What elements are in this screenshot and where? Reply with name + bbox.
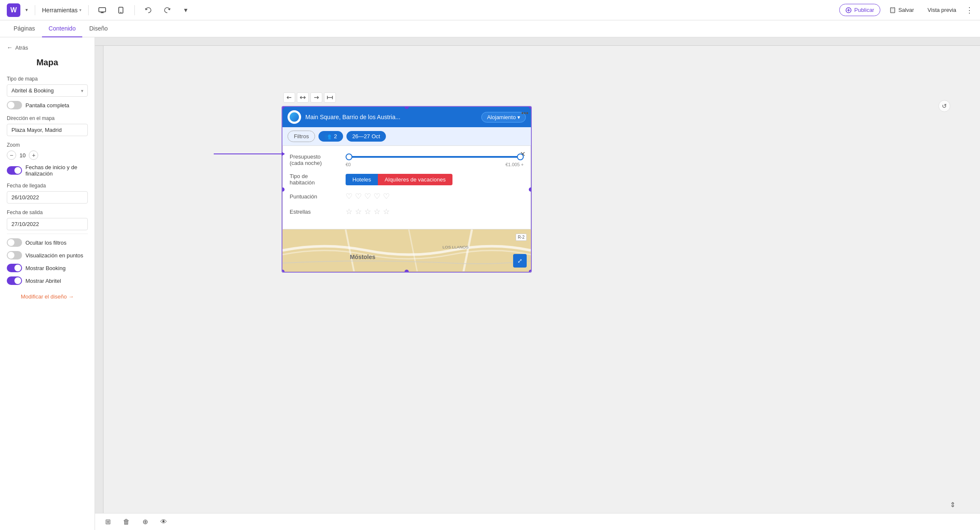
zoom-increase-button[interactable]: + [29,151,38,160]
back-arrow-icon: ← [7,44,13,51]
alquileres-label: Alquileres de vacaciones [385,176,446,183]
heart-2[interactable]: ♡ [355,192,362,201]
align-center-button[interactable] [297,92,309,103]
price-range-thumb-left[interactable] [346,153,352,160]
widget-header: Main Square, Barrio de los Austria... Al… [282,107,531,127]
adjust-icon[interactable]: ⇕ [950,501,955,509]
topbar: W ▾ Herramientas ▾ ▾ Publicar Salvar Vis… [0,0,980,20]
widget-type-button[interactable]: Alojamiento ▾ [481,112,526,123]
back-button[interactable]: ← Atrás [7,44,88,51]
star-5[interactable]: ☆ [383,207,390,216]
preview-button[interactable]: Vista previa [923,4,960,16]
widget-logo [288,110,301,124]
visualizacion-toggle[interactable] [7,251,22,259]
layers-button[interactable]: ⊕ [139,516,151,528]
svg-rect-0 [99,8,106,12]
ocultar-filtros-row: Ocultar los filtros [7,238,88,247]
hoteles-button[interactable]: Hoteles [346,174,378,185]
fechas-toggle[interactable] [7,166,22,175]
handle-bottom-right[interactable] [529,270,532,273]
redo-button[interactable] [160,3,174,17]
fecha-salida-input[interactable] [7,218,88,230]
handle-top-right[interactable] [529,106,532,109]
alquileres-button[interactable]: Alquileres de vacaciones [378,174,452,185]
align-stretch-button[interactable] [324,92,336,103]
map-fullscreen-button[interactable]: ⤢ [513,254,527,268]
publish-button[interactable]: Publicar [839,4,880,16]
map-zoom-indicator: R-2 [516,234,527,241]
undo-button[interactable] [142,3,155,17]
fechas-label: Fechas de inicio y de finalización [25,164,88,177]
arrow-line [214,153,282,154]
canvas: ↺ [95,37,980,530]
mostrar-booking-label: Mostrar Booking [25,265,66,271]
filtros-button[interactable]: Filtros [288,131,315,142]
tipo-habitacion-label: Tipo de habitación [290,173,341,186]
visualizacion-row: Visualización en puntos [7,251,88,259]
widget-filter-bar: Filtros 👥 2 26—27 Oct [282,127,531,145]
star-3[interactable]: ☆ [364,207,371,216]
guests-count: 2 [334,133,337,139]
save-button[interactable]: Salvar [885,4,918,16]
history-more-button[interactable]: ▾ [179,3,193,17]
modify-design-link[interactable]: Modificar el diseño → [7,293,88,300]
align-left-button[interactable] [283,92,295,103]
star-4[interactable]: ☆ [374,207,380,216]
fecha-llegada-input[interactable] [7,191,88,204]
fechas-row: Fechas de inicio y de finalización [7,164,88,177]
heart-1[interactable]: ♡ [346,192,352,201]
room-type-wrap: Hoteles Alquileres de vacaciones [346,174,524,185]
zoom-row: − 10 + [7,151,88,160]
widget-logo-inner [289,112,300,123]
heart-5[interactable]: ♡ [383,192,390,201]
estrellas-label: Estrellas [290,209,341,215]
direccion-input[interactable] [7,124,88,136]
star-1[interactable]: ☆ [346,207,352,216]
copy-button[interactable]: ⊞ [102,516,114,528]
mobile-icon[interactable] [114,3,128,17]
widget-more-button[interactable]: ••• [521,109,528,117]
pantalla-completa-row: Pantalla completa [7,101,88,109]
estrellas-row: Estrellas ☆ ☆ ☆ ☆ ☆ [290,207,524,216]
pantalla-completa-toggle[interactable] [7,101,22,109]
ocultar-filtros-toggle[interactable] [7,238,22,247]
handle-bottom-left[interactable] [282,270,285,273]
topbar-more-button[interactable]: ⋮ [966,6,973,15]
desktop-icon[interactable] [95,3,109,17]
heart-3[interactable]: ♡ [364,192,371,201]
mostrar-abritel-row: Mostrar Abritel [7,276,88,285]
heart-4[interactable]: ♡ [374,192,380,201]
modify-label: Modificar el diseño → [21,293,74,300]
mostrar-abritel-toggle[interactable] [7,276,22,285]
logo-chevron[interactable]: ▾ [25,7,28,13]
logo-button[interactable]: W [7,3,20,17]
delete-button[interactable]: 🗑 [120,516,132,528]
align-right-button[interactable] [310,92,322,103]
price-range-wrap [346,153,524,161]
price-range-labels: €0 €1.005 + [346,162,524,167]
svg-text:Móstoles: Móstoles [350,254,375,260]
guests-button[interactable]: 👥 2 [318,131,343,142]
divider [7,234,88,234]
herramientas-chevron: ▾ [79,8,81,12]
svg-point-4 [120,12,121,13]
herramientas-menu[interactable]: Herramientas ▾ [42,7,81,14]
price-range-thumb-right[interactable] [517,153,524,160]
star-2[interactable]: ☆ [355,207,362,216]
handle-bottom-mid[interactable] [405,270,409,273]
tab-paginas[interactable]: Páginas [7,20,42,37]
price-max-label: €1.005 + [505,162,524,167]
mostrar-booking-toggle[interactable] [7,264,22,272]
widget-type-label: Alojamiento ▾ [487,114,520,120]
tipo-mapa-select[interactable]: Abritel & Booking [7,84,88,97]
refresh-button[interactable]: ↺ [938,100,950,112]
main-layout: ← Atrás Mapa Tipo de mapa Abritel & Book… [0,37,980,530]
visibility-button[interactable]: 👁 [158,516,170,528]
tab-contenido[interactable]: Contenido [42,20,83,37]
zoom-decrease-button[interactable]: − [7,151,16,160]
tab-diseno[interactable]: Diseño [82,20,114,37]
dates-button[interactable]: 26—27 Oct [346,131,386,142]
mostrar-booking-row: Mostrar Booking [7,264,88,272]
handle-right-mid[interactable] [529,187,532,192]
dates-label: 26—27 Oct [352,133,380,139]
